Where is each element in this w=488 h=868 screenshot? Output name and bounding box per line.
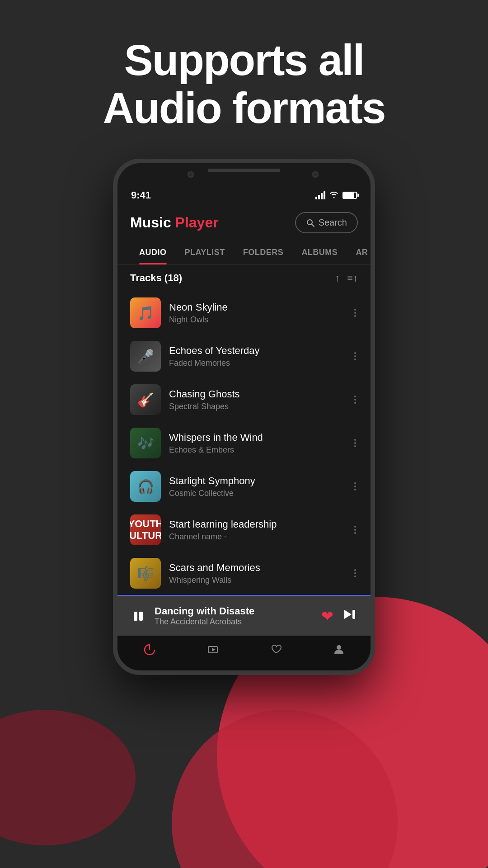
track-title: Neon Skyline [169, 302, 344, 313]
signal-icon [315, 191, 325, 199]
track-menu-button[interactable] [352, 437, 358, 449]
app-title-player-text: Player [175, 214, 219, 231]
play-pause-button[interactable] [131, 609, 145, 623]
svg-rect-3 [139, 612, 143, 621]
battery-icon [343, 192, 357, 199]
track-thumbnail: 🎧 [130, 471, 161, 502]
track-title: Start learning leadership [169, 519, 344, 530]
now-playing-info: Dancing with Disaste The Accidental Acro… [155, 605, 312, 627]
track-menu-button[interactable] [352, 524, 358, 536]
nav-item-profile[interactable] [333, 643, 345, 661]
now-playing-artist: The Accidental Acrobats [155, 617, 312, 627]
camera-left [188, 171, 194, 178]
track-info: Echoes of Yesterday Faded Memories [169, 345, 344, 368]
track-thumbnail: 🎸 [130, 384, 161, 415]
svg-rect-2 [134, 612, 137, 621]
track-list: 🎵 Neon Skyline Night Owls 🎤 Echoes of Ye… [117, 291, 371, 595]
now-playing-title: Dancing with Disaste [155, 605, 312, 617]
track-title: Scars and Memories [169, 562, 344, 574]
page-header: Supports all Audio formats [0, 0, 488, 159]
skip-button[interactable] [343, 607, 357, 625]
track-thumbnail: 🎶 [130, 428, 161, 458]
tab-audio[interactable]: AUDIO [130, 241, 176, 264]
track-item[interactable]: 🎼 Scars and Memories Whispering Walls [117, 552, 371, 595]
nav-item-library[interactable] [206, 643, 219, 661]
track-artist: Night Owls [169, 315, 344, 325]
phone-notch [117, 163, 371, 186]
tab-playlist[interactable]: PLAYLIST [176, 241, 234, 264]
track-menu-button[interactable] [352, 394, 358, 406]
tab-folders[interactable]: FOLDERS [234, 241, 293, 264]
track-artist: Cosmic Collective [169, 489, 344, 498]
nav-item-favorites[interactable] [270, 643, 282, 661]
track-info: Whispers in the Wind Echoes & Embers [169, 432, 344, 455]
track-item[interactable]: 🎵 Neon Skyline Night Owls [117, 291, 371, 335]
library-icon [206, 643, 219, 659]
heading-line2: Audio formats [103, 84, 385, 132]
track-item[interactable]: 🎸 Chasing Ghosts Spectral Shapes [117, 378, 371, 421]
tracks-count: Tracks (18) [130, 272, 182, 284]
track-thumbnail: 🎤 [130, 341, 161, 372]
search-icon [306, 218, 315, 227]
status-time: 9:41 [131, 189, 151, 201]
track-menu-button[interactable] [352, 307, 358, 319]
heart-nav-icon [270, 643, 282, 659]
track-menu-button[interactable] [352, 350, 358, 362]
wifi-icon [329, 190, 339, 201]
track-item[interactable]: 🎶 Whispers in the Wind Echoes & Embers [117, 421, 371, 465]
power-icon [143, 643, 156, 660]
track-title: Whispers in the Wind [169, 432, 344, 443]
app-title: Music Player [130, 214, 219, 231]
track-title: Echoes of Yesterday [169, 345, 344, 357]
track-title: Starlight Symphony [169, 475, 344, 487]
notch-bar [208, 169, 280, 172]
app-title-music: Music [130, 214, 171, 231]
track-info: Chasing Ghosts Spectral Shapes [169, 388, 344, 411]
track-info: Starlight Symphony Cosmic Collective [169, 475, 344, 498]
track-thumbnail: 🎵 [130, 297, 161, 328]
tab-albums[interactable]: ALBUMS [292, 241, 347, 264]
phone-frame: 9:41 [113, 159, 375, 675]
tracks-header: Tracks (18) ↑ ≡↑ [117, 265, 371, 291]
camera-right [312, 171, 319, 178]
track-thumbnail: 🎼 [130, 558, 161, 589]
svg-rect-5 [352, 610, 355, 619]
track-item[interactable]: 🎧 Starlight Symphony Cosmic Collective [117, 465, 371, 508]
track-artist: Whispering Walls [169, 576, 344, 585]
tab-ar[interactable]: AR [347, 241, 371, 264]
track-info: Start learning leadership Channel name - [169, 519, 344, 542]
tracks-controls: ↑ ≡↑ [335, 272, 358, 284]
svg-marker-4 [344, 610, 352, 619]
track-item[interactable]: YOUTHCULTURE Start learning leadership C… [117, 508, 371, 552]
nav-item-power[interactable] [143, 643, 156, 661]
track-artist: Echoes & Embers [169, 445, 344, 455]
track-thumbnail: YOUTHCULTURE [130, 514, 161, 545]
tabs-bar: AUDIO PLAYLIST FOLDERS ALBUMS AR [117, 241, 371, 265]
search-label: Search [319, 217, 347, 228]
track-info: Scars and Memories Whispering Walls [169, 562, 344, 585]
track-artist: Faded Memories [169, 359, 344, 368]
track-artist: Channel name - [169, 532, 344, 542]
track-title: Chasing Ghosts [169, 388, 344, 400]
svg-line-1 [312, 224, 314, 226]
status-bar: 9:41 [117, 186, 371, 205]
now-playing-bar: Dancing with Disaste The Accidental Acro… [117, 595, 371, 636]
svg-point-10 [337, 645, 341, 650]
search-button[interactable]: Search [295, 212, 358, 233]
track-menu-button[interactable] [352, 567, 358, 579]
sort-list-icon[interactable]: ≡↑ [347, 272, 358, 284]
track-menu-button[interactable] [352, 481, 358, 492]
app-header: Music Player Search [117, 205, 371, 241]
status-icons [315, 190, 357, 201]
like-button[interactable]: ❤ [321, 608, 333, 625]
heading-line1: Supports all [124, 36, 364, 84]
sort-up-icon[interactable]: ↑ [335, 272, 340, 284]
track-item[interactable]: 🎤 Echoes of Yesterday Faded Memories [117, 335, 371, 378]
bottom-nav [117, 636, 371, 670]
svg-marker-9 [212, 648, 216, 651]
track-artist: Spectral Shapes [169, 402, 344, 411]
track-info: Neon Skyline Night Owls [169, 302, 344, 325]
phone-wrapper: 9:41 [0, 159, 488, 675]
profile-icon [333, 643, 345, 659]
